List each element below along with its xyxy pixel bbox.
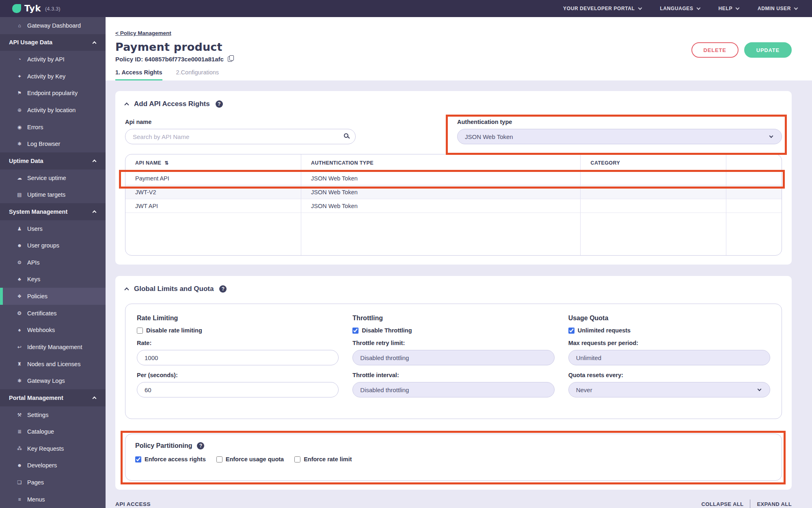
collapse-chevron-icon[interactable] [124, 102, 129, 107]
sidebar-item-policies[interactable]: ❖Policies [0, 288, 106, 305]
bug-icon: ❃ [16, 378, 23, 384]
sidebar-section-portal-management[interactable]: Portal Management [0, 389, 106, 406]
topbar: Tyk (4.3.3) YOUR DEVELOPER PORTAL LANGUA… [0, 0, 812, 17]
chevron-down-icon [794, 6, 798, 10]
pie-chart-icon: ◔ [16, 56, 23, 62]
usage-quota-title: Usage Quota [568, 315, 770, 322]
per-seconds-input[interactable] [137, 382, 339, 397]
monitor-icon: ⌂ [16, 23, 23, 28]
api-search-input[interactable] [125, 129, 356, 144]
sidebar-item-pages[interactable]: ❏Pages [0, 474, 106, 491]
sidebar-section-api-usage-data[interactable]: API Usage Data [0, 34, 106, 51]
menu-icon: ≡ [16, 497, 23, 502]
global-limits-card: Global Limits and Quota ? Rate Limiting … [115, 276, 792, 490]
disable-rate-limiting-checkbox[interactable] [137, 328, 143, 334]
sidebar-item-apis[interactable]: ⚙APIs [0, 254, 106, 271]
tab-access-rights[interactable]: 1. Access Rights [115, 69, 162, 80]
sidebar-item-endpoint-popularity[interactable]: ⚑Endpoint popularity [0, 85, 106, 102]
auth-type-label: Authentication type [457, 119, 782, 125]
help-icon[interactable]: ? [219, 285, 227, 293]
table-row-jwt-v2[interactable]: JWT-V2 JSON Web Token [125, 185, 782, 199]
sidebar-item-uptime-targets[interactable]: ▤Uptime targets [0, 186, 106, 203]
disable-rate-limiting-label[interactable]: Disable rate limiting [146, 327, 202, 334]
sidebar-item-activity-by-key[interactable]: ✦Activity by Key [0, 68, 106, 85]
sidebar-item-keys[interactable]: ♣Keys [0, 271, 106, 288]
update-button[interactable]: UPDATE [744, 42, 792, 58]
sidebar-item-menus[interactable]: ≡Menus [0, 491, 106, 508]
tyk-logo[interactable]: Tyk (4.3.3) [12, 4, 60, 13]
sidebar-item-gateway-logs[interactable]: ❃Gateway Logs [0, 372, 106, 389]
enforce-usage-quota-label[interactable]: Enforce usage quota [226, 456, 284, 462]
sort-icon[interactable]: ⇅ [164, 160, 168, 166]
list-icon: ▤ [16, 192, 23, 198]
menu-help[interactable]: HELP [719, 6, 739, 11]
sidebar-item-catalogue[interactable]: ≣Catalogue [0, 423, 106, 440]
tyk-logo-text: Tyk [24, 4, 41, 13]
disable-throttling-label[interactable]: Disable Throttling [362, 327, 412, 334]
rate-limiting-title: Rate Limiting [137, 315, 339, 322]
menu-languages[interactable]: LANGUAGES [660, 6, 700, 11]
unlimited-requests-checkbox[interactable] [568, 328, 574, 334]
help-icon[interactable]: ? [216, 100, 223, 108]
sidebar-item-settings[interactable]: ⚒Settings [0, 406, 106, 423]
sidebar-item-identity-management[interactable]: ↩Identity Management [0, 339, 106, 356]
disable-throttling-checkbox[interactable] [352, 328, 358, 334]
copy-icon[interactable] [228, 56, 232, 62]
policy-icon: ❖ [16, 293, 23, 299]
user-group-icon: ☻ [16, 243, 23, 248]
chevron-down-icon [696, 6, 700, 10]
enforce-access-rights-label[interactable]: Enforce access rights [145, 456, 206, 462]
menu-developer-portal[interactable]: YOUR DEVELOPER PORTAL [563, 6, 641, 11]
chevron-up-icon [93, 211, 97, 215]
delete-button[interactable]: DELETE [691, 42, 739, 58]
policy-partitioning-box: Policy Partitioning ? Enforce access rig… [125, 434, 782, 481]
footer-divider [750, 499, 750, 508]
help-icon[interactable]: ? [197, 442, 204, 449]
throttling-title: Throttling [352, 315, 554, 322]
collapse-chevron-icon[interactable] [124, 287, 129, 292]
tab-configurations[interactable]: 2.Configurations [176, 69, 219, 80]
per-seconds-label: Per (seconds): [137, 372, 339, 378]
collapse-all-button[interactable]: COLLAPSE ALL [701, 501, 743, 507]
api-access-section-label[interactable]: API ACCESS [115, 501, 151, 507]
sidebar-item-user-groups[interactable]: ☻User groups [0, 237, 106, 254]
expand-all-button[interactable]: EXPAND ALL [757, 501, 792, 507]
page-icon: ❏ [16, 480, 23, 485]
sidebar-item-nodes-and-licenses[interactable]: ♜Nodes and Licenses [0, 356, 106, 373]
sidebar-item-webhooks[interactable]: ♠Webhooks [0, 322, 106, 339]
enforce-access-rights-checkbox[interactable] [135, 456, 141, 462]
search-icon[interactable] [344, 133, 348, 138]
sidebar-item-errors[interactable]: ◉Errors [0, 119, 106, 136]
paw-icon: ⁂ [16, 446, 23, 452]
sidebar-item-gateway-dashboard[interactable]: ⌂Gateway Dashboard [0, 17, 106, 34]
sidebar-section-uptime-data[interactable]: Uptime Data [0, 152, 106, 169]
sidebar-item-activity-by-api[interactable]: ◔Activity by API [0, 51, 106, 68]
quota-resets-label: Quota resets every: [568, 372, 770, 378]
table-row-jwt-api[interactable]: JWT API JSON Web Token [125, 199, 782, 213]
rate-input[interactable] [137, 350, 339, 365]
breadcrumb[interactable]: < Policy Management [115, 30, 171, 36]
tab-bar: 1. Access Rights 2.Configurations [115, 69, 792, 80]
sidebar-item-key-requests[interactable]: ⁂Key Requests [0, 440, 106, 457]
col-empty [726, 154, 782, 171]
content-area: Add API Access Rights ? Api name Authent… [106, 80, 812, 508]
api-table-empty-area [125, 213, 782, 255]
quota-resets-select[interactable]: Never [568, 382, 770, 397]
menu-admin-user[interactable]: ADMIN USER [758, 6, 797, 11]
sidebar-item-users[interactable]: ♟Users [0, 220, 106, 237]
sidebar-item-activity-by-location[interactable]: ⊕Activity by location [0, 102, 106, 119]
table-row-payment-api[interactable]: Payment API JSON Web Token [125, 172, 782, 185]
sidebar-item-developers[interactable]: ☻Developers [0, 457, 106, 474]
page-header: < Policy Management Payment product Poli… [106, 17, 812, 80]
sidebar-section-system-management[interactable]: System Management [0, 203, 106, 220]
enforce-usage-quota-checkbox[interactable] [216, 456, 222, 462]
auth-type-select[interactable]: JSON Web Token [457, 129, 782, 144]
enforce-rate-limit-checkbox[interactable] [294, 456, 300, 462]
policy-partitioning-section: Policy Partitioning ? Enforce access rig… [125, 434, 782, 481]
sidebar-item-certificates[interactable]: ❂Certificates [0, 305, 106, 322]
sidebar-item-service-uptime[interactable]: ☁Service uptime [0, 169, 106, 187]
enforce-rate-limit-label[interactable]: Enforce rate limit [304, 456, 352, 462]
unlimited-requests-label[interactable]: Unlimited requests [578, 327, 631, 334]
sidebar-item-log-browser[interactable]: ❃Log Browser [0, 135, 106, 152]
bell-icon: ♠ [16, 327, 23, 333]
